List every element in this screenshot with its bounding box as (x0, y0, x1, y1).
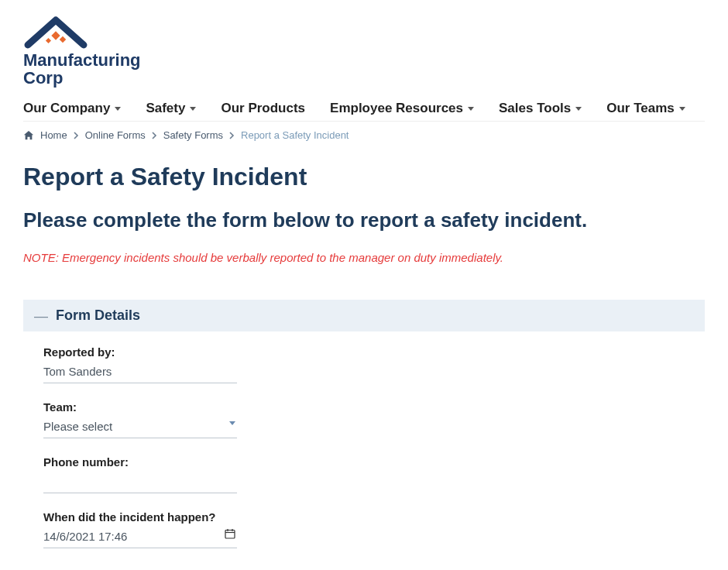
home-icon (23, 130, 34, 141)
chevron-down-icon (115, 107, 121, 111)
label-incident-when: When did the incident happen? (43, 510, 237, 524)
breadcrumb-current: Report a Safety Incident (241, 129, 349, 141)
page-subtitle: Please complete the form below to report… (23, 208, 705, 232)
label-phone: Phone number: (43, 455, 237, 469)
field-reported-by: Reported by: (43, 345, 237, 383)
chevron-down-icon (575, 107, 582, 111)
logo-text: Manufacturing Corp (23, 51, 705, 87)
svg-rect-0 (51, 31, 60, 39)
nav-item-our-company[interactable]: Our Company (23, 101, 121, 116)
breadcrumb-home[interactable]: Home (40, 129, 67, 141)
nav-item-label: Employee Resources (330, 101, 463, 116)
logo-text-line1: Manufacturing (23, 51, 705, 69)
svg-rect-2 (46, 38, 51, 43)
input-reported-by[interactable] (43, 362, 237, 383)
form-body: Reported by: Team: Phone number: When di… (23, 345, 705, 548)
nav-item-label: Our Teams (606, 101, 675, 116)
nav-item-safety[interactable]: Safety (146, 101, 196, 116)
field-incident-when: When did the incident happen? (43, 510, 237, 548)
input-phone[interactable] (43, 472, 237, 493)
nav-item-label: Safety (146, 101, 185, 116)
label-reported-by: Reported by: (43, 345, 237, 359)
chevron-down-icon (679, 107, 685, 111)
breadcrumb-online-forms[interactable]: Online Forms (85, 129, 146, 141)
field-team: Team: (43, 400, 237, 438)
nav-item-sales-tools[interactable]: Sales Tools (499, 101, 582, 116)
breadcrumb-safety-forms[interactable]: Safety Forms (163, 129, 223, 141)
nav-item-label: Sales Tools (499, 101, 571, 116)
nav-item-label: Our Company (23, 101, 110, 116)
chevron-right-icon (74, 132, 79, 139)
main-nav: Our Company Safety Our Products Employee… (23, 101, 705, 122)
input-incident-when[interactable] (43, 527, 237, 548)
breadcrumb: Home Online Forms Safety Forms Report a … (23, 129, 705, 141)
chevron-right-icon (152, 132, 157, 139)
collapse-icon: — (34, 309, 48, 323)
nav-item-employee-resources[interactable]: Employee Resources (330, 101, 474, 116)
section-header-form-details[interactable]: — Form Details (23, 300, 705, 331)
chevron-right-icon (229, 132, 235, 139)
chevron-down-icon (190, 107, 196, 111)
chevron-down-icon (468, 107, 474, 111)
brand-logo: Manufacturing Corp (23, 14, 705, 87)
svg-rect-1 (60, 36, 66, 43)
page-title: Report a Safety Incident (23, 163, 705, 191)
nav-item-label: Our Products (221, 101, 305, 116)
page-note: NOTE: Emergency incidents should be verb… (23, 251, 705, 264)
field-phone: Phone number: (43, 455, 237, 493)
select-team[interactable] (43, 417, 237, 438)
nav-item-our-teams[interactable]: Our Teams (606, 101, 685, 116)
section-title: Form Details (56, 307, 140, 324)
logo-text-line2: Corp (23, 69, 705, 87)
nav-item-our-products[interactable]: Our Products (221, 101, 305, 116)
logo-mark (23, 14, 108, 50)
label-team: Team: (43, 400, 237, 414)
